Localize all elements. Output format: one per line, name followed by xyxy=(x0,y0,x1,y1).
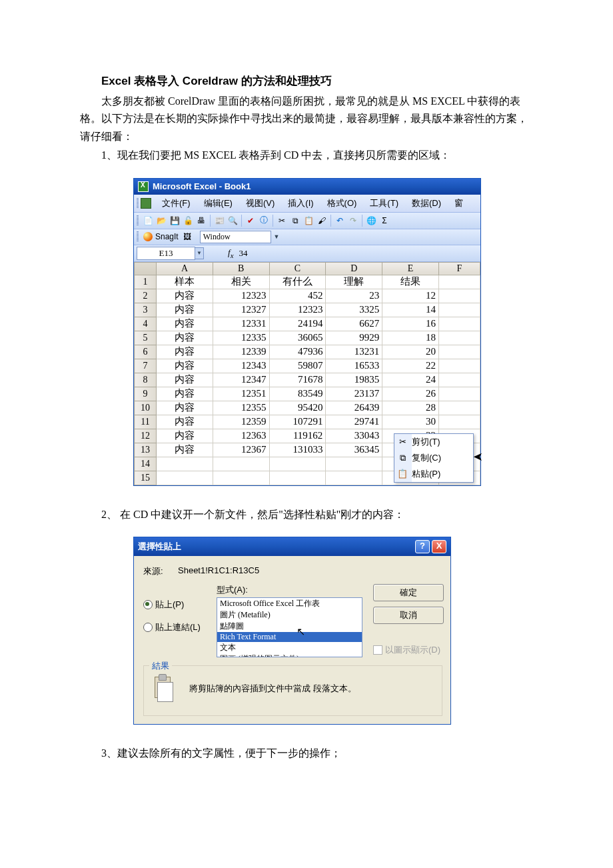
cell[interactable]: 12367 xyxy=(213,443,269,457)
row-header[interactable]: 7 xyxy=(135,359,157,373)
cell[interactable] xyxy=(438,401,480,415)
cell[interactable] xyxy=(438,317,480,331)
table-row[interactable]: 10内容12355954202643928 xyxy=(135,401,480,415)
cell[interactable] xyxy=(438,359,480,373)
cell[interactable]: 29741 xyxy=(326,415,382,429)
cell[interactable]: 内容 xyxy=(157,401,213,415)
list-item[interactable]: 图画 (增强的图元文件) xyxy=(217,653,362,657)
paste-radio[interactable]: 貼上(P) xyxy=(143,599,217,611)
cell[interactable]: 71678 xyxy=(269,373,326,387)
formula-value[interactable]: 34 xyxy=(239,248,247,259)
cell[interactable]: 36065 xyxy=(269,331,326,345)
sum-icon[interactable]: Σ xyxy=(378,215,390,227)
cell[interactable] xyxy=(213,471,269,485)
row-header[interactable]: 14 xyxy=(135,457,157,471)
cell[interactable]: 23137 xyxy=(326,387,382,401)
cell[interactable]: 26 xyxy=(382,387,439,401)
cell[interactable]: 59807 xyxy=(269,359,326,373)
cell[interactable]: 12323 xyxy=(213,289,269,303)
format-listbox[interactable]: Microsoft Office Excel 工作表 圖片 (Metafile)… xyxy=(217,597,362,657)
cell[interactable]: 12343 xyxy=(213,359,269,373)
snagit-mode-select[interactable]: Window xyxy=(200,231,271,243)
cell[interactable]: 12351 xyxy=(213,387,269,401)
cell[interactable]: 内容 xyxy=(157,289,213,303)
cell[interactable]: 6627 xyxy=(326,317,382,331)
list-item[interactable]: 文本 xyxy=(217,642,362,653)
menu-data[interactable]: 数据(D) xyxy=(405,196,448,211)
menu-window[interactable]: 窗 xyxy=(448,196,470,211)
cell[interactable]: 22 xyxy=(382,359,439,373)
cell[interactable]: 14 xyxy=(382,303,439,317)
table-row[interactable]: 2内容123234522312 xyxy=(135,289,480,303)
list-item[interactable]: 圖片 (Metafile) xyxy=(217,609,362,621)
menu-view[interactable]: 视图(V) xyxy=(239,196,281,211)
col-header-E[interactable]: E xyxy=(382,262,439,275)
cell[interactable]: 36345 xyxy=(326,443,382,457)
row-header[interactable]: 10 xyxy=(135,401,157,415)
cell[interactable]: 28 xyxy=(382,401,439,415)
cell[interactable]: 13231 xyxy=(326,345,382,359)
cell[interactable]: 19835 xyxy=(326,373,382,387)
cell[interactable]: 24 xyxy=(382,373,439,387)
cut-icon[interactable]: ✂ xyxy=(276,215,288,227)
cell[interactable]: 内容 xyxy=(157,415,213,429)
list-item[interactable]: Microsoft Office Excel 工作表 xyxy=(217,598,362,609)
ok-button[interactable]: 確定 xyxy=(373,584,444,601)
menu-file[interactable]: 文件(F) xyxy=(155,196,197,211)
cell[interactable]: 452 xyxy=(269,289,326,303)
select-all-corner[interactable] xyxy=(135,262,157,275)
row-header[interactable]: 4 xyxy=(135,317,157,331)
cell[interactable]: 有什么 xyxy=(269,275,326,289)
cell[interactable]: 内容 xyxy=(157,345,213,359)
namebox-dropdown-icon[interactable]: ▼ xyxy=(195,247,204,259)
cell[interactable]: 内容 xyxy=(157,387,213,401)
list-item[interactable]: 點陣圖 xyxy=(217,621,362,632)
name-box[interactable]: E13 xyxy=(137,247,195,260)
cell[interactable] xyxy=(438,275,480,289)
cell[interactable]: 内容 xyxy=(157,373,213,387)
cell[interactable]: 9929 xyxy=(326,331,382,345)
list-item-selected[interactable]: Rich Text Format xyxy=(217,632,362,642)
print-icon[interactable]: 🖶 xyxy=(195,215,207,227)
paste-icon[interactable]: 📋 xyxy=(303,215,314,227)
cell[interactable]: 12327 xyxy=(213,303,269,317)
table-row[interactable]: 5内容1233536065992918 xyxy=(135,331,480,345)
cell[interactable]: 样本 xyxy=(157,275,213,289)
cancel-button[interactable]: 取消 xyxy=(373,607,444,624)
cell[interactable] xyxy=(438,415,480,429)
cell[interactable] xyxy=(269,471,326,485)
table-row[interactable]: 1样本相关有什么理解结果 xyxy=(135,275,480,289)
row-header[interactable]: 15 xyxy=(135,471,157,485)
cell[interactable]: 内容 xyxy=(157,331,213,345)
cell[interactable]: 内容 xyxy=(157,303,213,317)
cell[interactable]: 131033 xyxy=(269,443,326,457)
menu-format[interactable]: 格式(O) xyxy=(320,196,364,211)
row-header[interactable]: 1 xyxy=(135,275,157,289)
cell[interactable] xyxy=(269,457,326,471)
menu-edit[interactable]: 编辑(E) xyxy=(197,196,239,211)
ctx-paste[interactable]: 📋 粘贴(P) xyxy=(394,466,473,482)
cell[interactable] xyxy=(438,373,480,387)
row-header[interactable]: 13 xyxy=(135,443,157,457)
row-header[interactable]: 5 xyxy=(135,331,157,345)
col-header-F[interactable]: F xyxy=(438,262,480,275)
cell[interactable] xyxy=(438,289,480,303)
save-icon[interactable]: 💾 xyxy=(169,215,181,227)
print-preview-icon[interactable]: 📰 xyxy=(213,215,225,227)
col-header-C[interactable]: C xyxy=(269,262,326,275)
close-button[interactable]: X xyxy=(432,540,446,553)
cell[interactable]: 结果 xyxy=(382,275,439,289)
cell[interactable] xyxy=(438,345,480,359)
cell[interactable]: 12347 xyxy=(213,373,269,387)
cell[interactable] xyxy=(438,331,480,345)
cell[interactable] xyxy=(438,303,480,317)
row-header[interactable]: 8 xyxy=(135,373,157,387)
cell[interactable] xyxy=(213,457,269,471)
cell[interactable]: 30 xyxy=(382,415,439,429)
cell[interactable]: 3325 xyxy=(326,303,382,317)
col-header-A[interactable]: A xyxy=(157,262,213,275)
cell[interactable]: 18 xyxy=(382,331,439,345)
row-header[interactable]: 11 xyxy=(135,415,157,429)
row-header[interactable]: 3 xyxy=(135,303,157,317)
cell[interactable]: 内容 xyxy=(157,317,213,331)
